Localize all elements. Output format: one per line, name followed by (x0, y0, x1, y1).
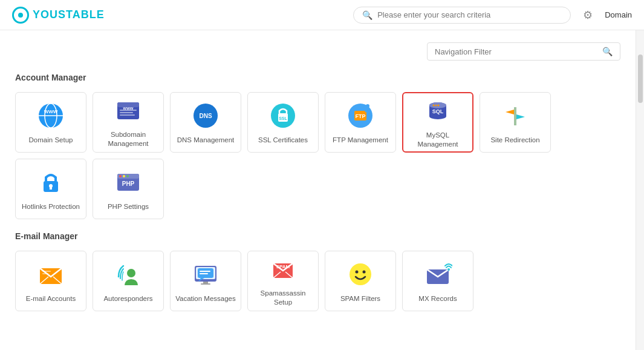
item-hotlinks-protection[interactable]: Hotlinks Protection (15, 159, 86, 219)
domain-setup-label: Domain Setup (29, 136, 73, 145)
scrollbar[interactable] (636, 30, 644, 350)
hotlinks-protection-icon (36, 167, 66, 197)
svg-rect-43 (42, 273, 48, 274)
account-manager-heading: Account Manager (15, 73, 620, 82)
account-manager-grid: WWW Domain Setup WWW (15, 92, 620, 219)
autoresponders-label: Autoresponders (103, 294, 152, 303)
domain-setup-icon: WWW (36, 101, 66, 131)
svg-point-58 (356, 270, 359, 273)
spam-filters-icon (345, 259, 376, 289)
svg-point-36 (123, 175, 125, 177)
php-settings-label: PHP Settings (108, 202, 149, 211)
item-php-settings[interactable]: PHP PHP Settings (93, 159, 164, 219)
item-autoresponders[interactable]: Autoresponders (93, 251, 164, 311)
svg-rect-27 (514, 107, 516, 125)
main-area: 🔍 Account Manager WWW Domain Setup (0, 30, 644, 350)
nav-filter-container[interactable]: 🔍 (427, 42, 620, 61)
item-ftp-management[interactable]: FTP FTP Management (325, 92, 396, 153)
logo-text: YOUSTABLE (33, 8, 105, 21)
autoresponders-icon (113, 259, 143, 289)
svg-marker-29 (516, 114, 525, 119)
spamassassin-setup-label: Spamassassin Setup (252, 289, 314, 307)
svg-point-57 (350, 263, 371, 285)
search-icon: 🔍 (362, 10, 372, 20)
mx-records-label: MX Records (418, 294, 457, 303)
php-settings-icon: PHP (113, 167, 143, 197)
scrollbar-thumb[interactable] (638, 54, 643, 103)
svg-rect-52 (201, 283, 210, 285)
item-spam-filters[interactable]: SPAM Filters (325, 251, 396, 311)
svg-rect-32 (50, 187, 52, 190)
item-dns-management[interactable]: DNS DNS Management (170, 92, 241, 153)
svg-rect-42 (42, 271, 51, 272)
ftp-management-label: FTP Management (333, 136, 388, 145)
vacation-messages-label: Vacation Messages (175, 294, 236, 303)
search-bar[interactable]: 🔍 (353, 7, 571, 24)
svg-point-24 (435, 105, 437, 107)
email-accounts-label: E-mail Accounts (26, 294, 76, 303)
svg-text:SQL: SQL (432, 108, 444, 114)
item-site-redirection[interactable]: Site Redirection (480, 92, 551, 153)
svg-point-61 (447, 268, 450, 271)
site-redirection-icon (500, 101, 530, 131)
svg-point-35 (119, 175, 122, 177)
logo: YOUSTABLE (12, 7, 105, 24)
svg-marker-28 (506, 110, 514, 114)
svg-rect-7 (120, 110, 137, 111)
item-spamassassin-setup[interactable]: SPAM Spamassassin Setup (247, 251, 319, 311)
vacation-messages-icon (190, 259, 221, 289)
svg-text:SPAM: SPAM (276, 264, 290, 269)
item-mx-records[interactable]: MX Records (402, 251, 473, 311)
logo-inner-icon (18, 13, 23, 18)
svg-rect-51 (203, 282, 208, 283)
svg-rect-49 (200, 271, 210, 272)
svg-point-25 (438, 105, 440, 107)
mysql-management-label: MySQL Management (407, 131, 469, 149)
mx-records-icon (423, 259, 453, 289)
email-accounts-icon (36, 259, 66, 289)
ssl-certificates-label: SSL Certificates (258, 136, 308, 145)
spam-filters-label: SPAM Filters (340, 294, 380, 303)
logo-circle-icon (12, 7, 29, 24)
email-manager-grid: E-mail Accounts Autoresponders (15, 251, 620, 311)
header: YOUSTABLE 🔍 ⚙ Domain (0, 0, 644, 30)
svg-point-59 (363, 270, 366, 273)
hotlinks-protection-label: Hotlinks Protection (22, 202, 80, 211)
svg-point-18 (366, 104, 369, 108)
spamassassin-setup-icon: SPAM (268, 255, 298, 284)
dns-management-label: DNS Management (177, 136, 235, 145)
search-input[interactable] (377, 10, 562, 19)
item-subdomain-management[interactable]: WWW Subdomain Management (93, 92, 164, 153)
svg-rect-9 (120, 114, 135, 116)
svg-text:PHP: PHP (122, 180, 135, 187)
dns-management-icon: DNS (190, 101, 221, 131)
svg-text:SSL: SSL (279, 116, 287, 121)
svg-rect-50 (200, 273, 208, 274)
ftp-management-icon: FTP (345, 101, 376, 131)
item-ssl-certificates[interactable]: SSL SSL Certificates (247, 92, 319, 153)
email-manager-heading: E-mail Manager (15, 231, 620, 241)
content-area: 🔍 Account Manager WWW Domain Setup (0, 30, 636, 350)
svg-point-37 (126, 175, 129, 177)
nav-filter-bar: 🔍 (15, 42, 620, 61)
svg-point-44 (127, 269, 135, 277)
svg-rect-8 (120, 112, 133, 113)
svg-point-23 (433, 105, 435, 107)
gear-button[interactable]: ⚙ (583, 8, 593, 22)
item-email-accounts[interactable]: E-mail Accounts (15, 251, 86, 311)
item-vacation-messages[interactable]: Vacation Messages (170, 251, 241, 311)
domain-button[interactable]: Domain (605, 10, 632, 19)
mysql-management-icon: SQL (423, 96, 453, 126)
site-redirection-label: Site Redirection (490, 136, 539, 145)
nav-filter-search-icon: 🔍 (602, 47, 613, 56)
svg-text:DNS: DNS (199, 113, 212, 119)
subdomain-management-label: Subdomain Management (97, 130, 160, 148)
svg-text:FTP: FTP (356, 113, 366, 119)
nav-filter-input[interactable] (435, 47, 602, 56)
ssl-certificates-icon: SSL (268, 101, 298, 131)
subdomain-management-icon: WWW (113, 96, 143, 125)
item-domain-setup[interactable]: WWW Domain Setup (15, 92, 86, 153)
item-mysql-management[interactable]: SQL MySQL Management (402, 92, 473, 153)
